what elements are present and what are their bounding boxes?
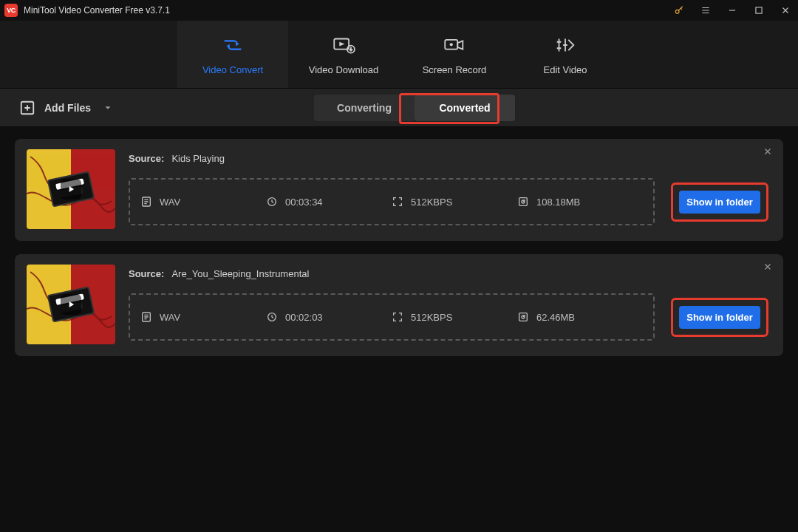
- tab-label: Video Download: [309, 64, 378, 75]
- tab-converted[interactable]: Converted: [415, 95, 515, 121]
- filesize-detail: 108.18MB: [517, 196, 643, 208]
- duration-detail: 00:02:03: [266, 311, 392, 323]
- show-in-folder-button[interactable]: Show in folder: [679, 306, 760, 329]
- video-convert-icon: [220, 33, 245, 57]
- tab-converted-label: Converted: [439, 102, 490, 114]
- tab-video-convert[interactable]: Video Convert: [177, 21, 288, 88]
- format-detail: WAV: [140, 196, 266, 208]
- converted-item: Source: Are_You_Sleeping_Instrumental WA…: [15, 254, 783, 356]
- tab-label: Video Convert: [202, 64, 263, 75]
- chevron-down-icon: [103, 103, 113, 113]
- format-icon: [140, 196, 152, 208]
- screen-record-icon: [442, 33, 467, 57]
- minimize-icon[interactable]: [726, 4, 739, 17]
- highlight-show-in-folder: Show in folder: [671, 183, 768, 222]
- cta: Show in folder: [668, 298, 771, 337]
- show-in-folder-button[interactable]: Show in folder: [679, 191, 760, 214]
- content: Source: Kids Playing WAV 00:03:34: [0, 127, 798, 371]
- duration-detail: 00:03:34: [266, 196, 392, 208]
- add-files-plus-icon: [19, 100, 35, 116]
- clock-icon: [266, 196, 278, 208]
- toolbar: Add Files Converting Converted: [0, 89, 798, 127]
- disk-icon: [517, 196, 529, 208]
- filesize-text: 62.46MB: [536, 312, 575, 323]
- svg-rect-1: [756, 7, 762, 13]
- source-row: Source: Are_You_Sleeping_Instrumental: [129, 268, 655, 279]
- bitrate-detail: 512KBPS: [392, 311, 517, 323]
- titlebar: MiniTool Video Converter Free v3.7.1: [0, 0, 798, 21]
- bitrate-text: 512KBPS: [411, 312, 452, 323]
- disk-icon: [517, 311, 529, 323]
- tab-edit-video[interactable]: Edit Video: [510, 21, 621, 88]
- filesize-detail: 62.46MB: [517, 311, 643, 323]
- play-icon[interactable]: [61, 179, 81, 200]
- remove-item-icon[interactable]: [763, 146, 776, 160]
- format-detail: WAV: [140, 311, 266, 323]
- item-thumbnail[interactable]: [27, 265, 115, 344]
- cta: Show in folder: [668, 183, 771, 222]
- maximize-icon[interactable]: [752, 4, 765, 17]
- source-label: Source:: [129, 268, 164, 279]
- edit-video-icon: [553, 33, 578, 57]
- item-thumbnail[interactable]: [27, 149, 115, 229]
- tab-label: Edit Video: [543, 64, 587, 75]
- highlight-show-in-folder: Show in folder: [671, 298, 768, 337]
- add-files-button[interactable]: Add Files: [19, 100, 113, 116]
- source-row: Source: Kids Playing: [129, 153, 655, 164]
- format-text: WAV: [160, 197, 180, 208]
- expand-icon: [392, 196, 403, 208]
- converted-item: Source: Kids Playing WAV 00:03:34: [15, 139, 783, 241]
- top-nav: Video Convert Video Download Screen Reco…: [0, 21, 798, 89]
- play-icon[interactable]: [61, 294, 81, 315]
- source-name: Are_You_Sleeping_Instrumental: [171, 268, 309, 279]
- key-icon[interactable]: [672, 4, 686, 17]
- item-details: WAV 00:03:34 512KBPS 108.18MB: [129, 178, 655, 225]
- filesize-text: 108.18MB: [536, 197, 580, 208]
- duration-text: 00:03:34: [285, 197, 323, 208]
- source-name: Kids Playing: [171, 153, 225, 164]
- add-files-label: Add Files: [44, 102, 91, 114]
- item-details: WAV 00:02:03 512KBPS 62.46MB: [129, 293, 655, 341]
- bitrate-detail: 512KBPS: [392, 196, 517, 208]
- bitrate-text: 512KBPS: [411, 197, 452, 208]
- expand-icon: [392, 311, 403, 323]
- remove-item-icon[interactable]: [763, 262, 776, 275]
- format-icon: [140, 311, 152, 323]
- duration-text: 00:02:03: [285, 312, 323, 323]
- app-title: MiniTool Video Converter Free v3.7.1: [24, 5, 170, 16]
- tab-converting[interactable]: Converting: [314, 95, 415, 121]
- tab-converting-label: Converting: [337, 102, 392, 114]
- clock-icon: [266, 311, 278, 323]
- app-logo: [4, 4, 18, 17]
- status-tabs: Converting Converted: [314, 95, 515, 121]
- svg-point-5: [450, 43, 453, 46]
- video-download-icon: [331, 33, 356, 57]
- format-text: WAV: [160, 312, 180, 323]
- tab-screen-record[interactable]: Screen Record: [399, 21, 510, 88]
- tab-label: Screen Record: [423, 64, 487, 75]
- source-label: Source:: [129, 153, 164, 164]
- tab-video-download[interactable]: Video Download: [288, 21, 399, 88]
- window-controls: [672, 4, 792, 17]
- close-icon[interactable]: [779, 4, 792, 17]
- menu-icon[interactable]: [699, 4, 712, 17]
